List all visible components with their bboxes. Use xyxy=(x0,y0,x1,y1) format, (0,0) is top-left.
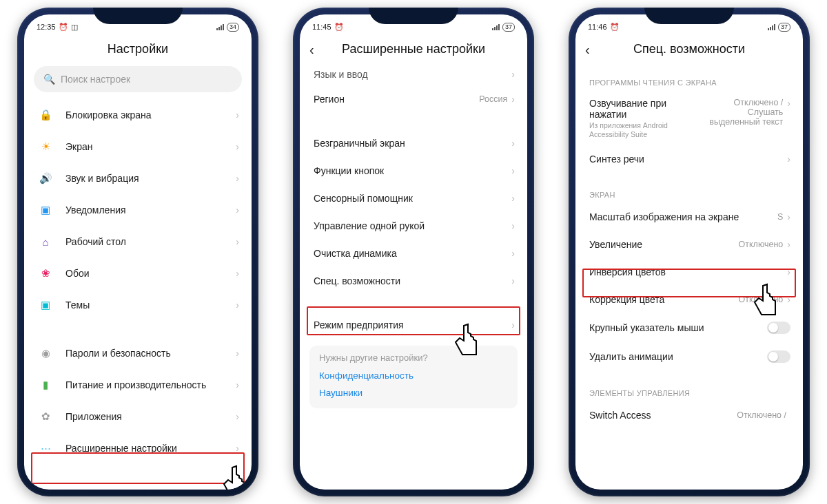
link-headphones[interactable]: Наушники xyxy=(319,384,508,401)
notch xyxy=(369,8,458,24)
status-time: 11:45 xyxy=(312,23,331,31)
phone-mockup-3: 11:46 ⏰ 37 ‹ Спец. возможности ПРОГРАММЫ… xyxy=(569,8,810,496)
advanced-list: Язык и ввод› РегионРоссия› Безграничный … xyxy=(300,66,527,490)
chevron-right-icon: › xyxy=(511,220,515,231)
notch xyxy=(644,8,734,24)
chevron-right-icon: › xyxy=(236,411,239,422)
chevron-right-icon: › xyxy=(787,294,790,305)
row-advanced-settings[interactable]: ⋯Расширенные настройки› xyxy=(24,432,252,464)
settings-list: 🔒Блокировка экрана› ☀Экран› 🔊Звук и вибр… xyxy=(24,99,252,490)
phone-mockup-1: 12:35 ⏰ ◫ 34 Настройки 🔍 Поиск настроек … xyxy=(17,8,258,496)
book-icon: ◫ xyxy=(71,23,78,32)
back-button[interactable]: ‹ xyxy=(585,42,590,58)
chevron-right-icon: › xyxy=(511,165,515,176)
alarm-icon: ⏰ xyxy=(610,23,620,32)
row-language[interactable]: Язык и ввод› xyxy=(300,66,527,85)
alarm-icon: ⏰ xyxy=(334,23,344,32)
row-apps[interactable]: ✿Приложения› xyxy=(24,401,252,432)
more-icon: ⋯ xyxy=(38,441,53,456)
row-title: Озвучивание при нажатии xyxy=(589,98,700,120)
fingerprint-icon: ◉ xyxy=(38,346,53,361)
row-display-size[interactable]: Масштаб изображения на экранеS› xyxy=(575,203,803,231)
screen-settings: 12:35 ⏰ ◫ 34 Настройки 🔍 Поиск настроек … xyxy=(24,14,252,490)
back-button[interactable]: ‹ xyxy=(309,42,314,58)
row-onehanded[interactable]: Управление одной рукой› xyxy=(300,212,527,240)
chevron-right-icon: › xyxy=(236,268,239,279)
chevron-right-icon: › xyxy=(511,94,515,105)
chevron-right-icon: › xyxy=(511,275,515,286)
chevron-right-icon: › xyxy=(787,239,790,250)
footer-question: Нужны другие настройки? xyxy=(319,353,508,363)
row-remove-animations[interactable]: Удалить анимации xyxy=(575,342,803,371)
chevron-right-icon: › xyxy=(236,109,239,120)
chevron-right-icon: › xyxy=(511,138,515,149)
battery-indicator: 37 xyxy=(778,23,790,32)
link-privacy[interactable]: Конфиденциальность xyxy=(319,367,508,384)
chevron-right-icon: › xyxy=(236,173,239,184)
toggle-switch[interactable] xyxy=(767,322,790,334)
row-subtitle: Из приложения Android Accessibility Suit… xyxy=(589,121,700,138)
screen-accessibility: 11:46 ⏰ 37 ‹ Спец. возможности ПРОГРАММЫ… xyxy=(575,14,803,490)
alarm-icon: ⏰ xyxy=(59,23,68,32)
row-color-correction[interactable]: Коррекция цветаОтключено› xyxy=(575,286,803,313)
search-placeholder: Поиск настроек xyxy=(61,74,130,85)
chevron-right-icon: › xyxy=(511,69,515,80)
chevron-right-icon: › xyxy=(787,154,790,165)
section-controls: ЭЛЕМЕНТЫ УПРАВЛЕНИЯ xyxy=(575,371,803,401)
accessibility-list: ПРОГРАММЫ ЧТЕНИЯ С ЭКРАНА Озвучивание пр… xyxy=(575,66,803,490)
row-buttons[interactable]: Функции кнопок› xyxy=(300,157,527,185)
page-title: Настройки xyxy=(24,35,252,66)
header: ‹ Спец. возможности xyxy=(575,35,803,66)
chevron-right-icon: › xyxy=(236,236,239,247)
row-display[interactable]: ☀Экран› xyxy=(24,131,252,162)
section-screen-readers: ПРОГРАММЫ ЧТЕНИЯ С ЭКРАНА xyxy=(575,66,803,91)
chevron-right-icon: › xyxy=(511,248,515,259)
row-themes[interactable]: ▣Темы› xyxy=(24,289,252,321)
chevron-right-icon: › xyxy=(511,193,515,204)
flower-icon: ❀ xyxy=(38,266,53,281)
row-battery[interactable]: ▮Питание и производительность› xyxy=(24,369,252,401)
row-passwords[interactable]: ◉Пароли и безопасность› xyxy=(24,337,252,369)
row-speaker-clean[interactable]: Очистка динамика› xyxy=(300,240,527,267)
chevron-right-icon: › xyxy=(787,211,790,222)
row-tts[interactable]: Синтез речи› xyxy=(575,145,803,173)
row-large-mouse-pointer[interactable]: Крупный указатель мыши xyxy=(575,313,803,342)
chevron-right-icon: › xyxy=(236,300,239,311)
signal-icon xyxy=(492,23,500,30)
row-home[interactable]: ⌂Рабочий стол› xyxy=(24,226,252,258)
home-icon: ⌂ xyxy=(38,234,53,249)
row-notifications[interactable]: ▣Уведомления› xyxy=(24,194,252,226)
chevron-right-icon: › xyxy=(787,266,790,277)
row-enterprise[interactable]: Режим предприятия› xyxy=(300,311,527,339)
bell-icon: ▣ xyxy=(38,202,53,218)
row-lock-screen[interactable]: 🔒Блокировка экрана› xyxy=(24,99,252,131)
phone-mockup-2: 11:45 ⏰ 37 ‹ Расширенные настройки Язык … xyxy=(293,8,534,496)
search-input[interactable]: 🔍 Поиск настроек xyxy=(34,66,242,92)
row-fullscreen[interactable]: Безграничный экран› xyxy=(300,129,527,157)
battery-indicator: 34 xyxy=(227,23,239,32)
paint-icon: ▣ xyxy=(38,297,53,313)
section-screen: ЭКРАН xyxy=(575,173,803,203)
battery-icon: ▮ xyxy=(38,377,53,392)
row-quickball[interactable]: Сенсорный помощник› xyxy=(300,185,527,212)
row-select-to-speak[interactable]: Озвучивание при нажатии Из приложения An… xyxy=(575,91,803,145)
row-region[interactable]: РегионРоссия› xyxy=(300,85,527,113)
chevron-right-icon: › xyxy=(511,319,515,330)
toggle-switch[interactable] xyxy=(767,350,790,363)
row-sound[interactable]: 🔊Звук и вибрация› xyxy=(24,162,252,194)
lock-icon: 🔒 xyxy=(38,107,53,123)
row-magnification[interactable]: УвеличениеОтключено› xyxy=(575,231,803,258)
row-switch-access[interactable]: Switch AccessОтключено / xyxy=(575,401,803,422)
chevron-right-icon: › xyxy=(236,443,239,454)
status-time: 11:46 xyxy=(588,23,607,31)
chevron-right-icon: › xyxy=(236,348,239,359)
chevron-right-icon: › xyxy=(236,141,239,152)
notch xyxy=(93,8,183,24)
battery-indicator: 37 xyxy=(502,23,515,32)
row-wallpaper[interactable]: ❀Обои› xyxy=(24,258,252,289)
chevron-right-icon: › xyxy=(236,204,239,216)
row-accessibility[interactable]: Спец. возможности› xyxy=(300,267,527,295)
footer-suggestions: Нужны другие настройки? Конфиденциальнос… xyxy=(309,346,518,408)
page-title: Спец. возможности xyxy=(633,42,745,56)
row-color-inversion[interactable]: Инверсия цветов› xyxy=(575,258,803,286)
